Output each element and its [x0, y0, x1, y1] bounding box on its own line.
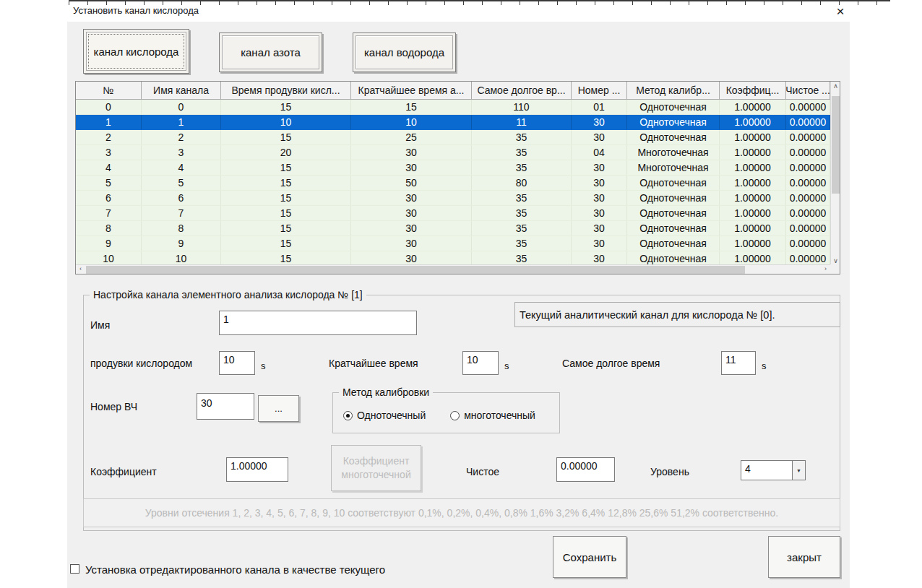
calibration-radio-option[interactable]: Одноточечный [343, 410, 426, 421]
table-cell: Одноточечная [627, 100, 720, 114]
table-cell: 30 [572, 160, 627, 175]
table-cell: 15 [221, 160, 351, 175]
rf-number-label: Номер ВЧ [90, 401, 137, 412]
column-header[interactable]: Кратчайшее время а... [351, 82, 472, 99]
close-icon[interactable]: × [832, 3, 849, 20]
set-current-checkbox[interactable] [70, 564, 79, 574]
scroll-up-icon[interactable]: ∧ [831, 82, 840, 91]
oxygen-channel-button[interactable]: канал кислорода [83, 29, 189, 74]
table-row[interactable]: 8815303530Одноточечная1.000000.00000 [76, 221, 840, 236]
scroll-right-icon[interactable]: › [821, 264, 830, 274]
net-input[interactable] [556, 457, 615, 482]
table-cell: 30 [572, 251, 627, 266]
table-cell: 0.00000 [786, 100, 830, 114]
scroll-left-icon[interactable]: ‹ [76, 264, 85, 274]
longest-time-input[interactable] [721, 351, 756, 375]
purge-time-label: продувки кислородом [90, 358, 192, 369]
table-cell: 1.00000 [720, 145, 786, 160]
calibration-radio-row: Одноточечныймноготочечный [343, 410, 556, 421]
table-cell: 80 [472, 176, 572, 190]
table-cell: 0 [142, 100, 221, 114]
table-cell: 35 [472, 236, 572, 251]
vertical-scroll-thumb[interactable] [832, 96, 840, 194]
column-header[interactable]: Имя канала [142, 82, 221, 99]
nitrogen-channel-button[interactable]: канал азота [219, 33, 322, 72]
table-cell: 30 [572, 221, 627, 235]
column-header[interactable]: № [76, 82, 142, 99]
channel-settings-group-title: Настройка канала элементного анализа кис… [90, 289, 366, 301]
table-row[interactable]: 00151511001Одноточечная1.000000.00000 [76, 100, 840, 115]
cutoff-levels-status-text: Уровни отсечения 1, 2, 3, 4, 5, 6, 7, 8,… [145, 507, 778, 519]
table-row[interactable]: 3320303504Многоточечная1.000000.00000 [76, 145, 840, 160]
table-cell: 8 [142, 221, 221, 235]
save-button[interactable]: Сохранить [553, 536, 626, 578]
table-cell: Одноточечная [627, 206, 720, 220]
table-cell: 10 [76, 251, 142, 266]
column-header[interactable]: Время продувки кисл... [221, 82, 351, 99]
table-cell: 1 [76, 115, 142, 129]
column-header[interactable]: Коэффиц... [720, 82, 786, 99]
name-input[interactable] [219, 311, 417, 335]
horizontal-scroll-thumb[interactable] [86, 266, 745, 274]
hydrogen-channel-button-label: канал водорода [356, 35, 453, 69]
table-row[interactable]: 4415303530Многоточечная1.000000.00000 [76, 160, 840, 176]
column-header[interactable]: Метод калибр... [627, 82, 720, 99]
table-cell: 30 [572, 206, 627, 220]
table-row[interactable]: 5515508030Одноточечная1.000000.00000 [76, 176, 840, 191]
shortest-time-input[interactable] [462, 351, 499, 375]
table-cell: Одноточечная [627, 251, 720, 266]
column-header[interactable]: Номер ... [572, 82, 627, 99]
level-dropdown[interactable]: 4 ▼ [741, 460, 806, 480]
table-cell: 0.00000 [786, 115, 830, 129]
net-label: Чистое [466, 466, 499, 477]
level-label: Уровень [650, 466, 689, 477]
current-channel-info-text: Текущий аналитический канал для кислород… [520, 309, 775, 321]
table-row[interactable]: 2215253530Одноточечная1.000000.00000 [76, 130, 840, 145]
table-cell: 30 [351, 236, 472, 251]
column-header[interactable]: Чистое ... [786, 82, 830, 99]
table-cell: 1.00000 [720, 115, 786, 129]
table-cell: 4 [142, 160, 221, 175]
set-current-checkbox-label: Установка отредактированного канала в ка… [85, 563, 385, 576]
table-row[interactable]: 1110101130Одноточечная1.000000.00000 [76, 115, 840, 130]
column-header[interactable]: Самое долгое вр... [472, 82, 572, 99]
table-cell: 35 [472, 145, 572, 160]
table-cell: 15 [221, 221, 351, 235]
radio-icon[interactable] [343, 411, 353, 420]
table-cell: 35 [472, 221, 572, 235]
table-cell: 15 [221, 206, 351, 220]
table-cell: 35 [472, 191, 572, 205]
calibration-method-group-title: Метод калибровки [339, 386, 433, 398]
table-cell: 1.00000 [720, 191, 786, 205]
table-row[interactable]: 9915303530Одноточечная1.000000.00000 [76, 236, 840, 251]
table-cell: 0.00000 [786, 251, 830, 266]
table-cell: 30 [572, 236, 627, 251]
vertical-scrollbar[interactable]: ∧ ∨ [830, 82, 840, 266]
table-cell: 35 [472, 251, 572, 266]
hydrogen-channel-button[interactable]: канал водорода [353, 33, 456, 72]
cutoff-levels-status: Уровни отсечения 1, 2, 3, 4, 5, 6, 7, 8,… [83, 498, 840, 527]
purge-time-input[interactable] [219, 351, 255, 375]
table-cell: 1.00000 [720, 236, 786, 251]
table-cell: 30 [351, 221, 472, 235]
table-row[interactable]: 7715303530Одноточечная1.000000.00000 [76, 206, 840, 221]
table-cell: 0.00000 [786, 221, 830, 235]
close-button[interactable]: закрыт [768, 536, 840, 578]
chevron-down-icon[interactable]: ▼ [792, 461, 805, 480]
radio-icon[interactable] [450, 411, 460, 420]
calibration-radio-option[interactable]: многоточечный [450, 410, 535, 421]
table-cell: 1.00000 [720, 160, 786, 175]
table-cell: 11 [472, 115, 572, 129]
channel-table: №Имя каналаВремя продувки кисл...Кратчай… [75, 81, 840, 274]
table-cell: 35 [472, 130, 572, 144]
table-cell: 30 [572, 191, 627, 205]
rf-number-input[interactable] [197, 393, 254, 420]
horizontal-scrollbar[interactable]: ‹ › [76, 264, 830, 274]
rf-browse-button[interactable]: ... [258, 395, 299, 422]
table-cell: 0.00000 [786, 160, 830, 175]
table-cell: 15 [221, 100, 351, 114]
table-header: №Имя каналаВремя продувки кисл...Кратчай… [76, 82, 840, 100]
table-row[interactable]: 6615303530Одноточечная1.000000.00000 [76, 191, 840, 206]
coefficient-input[interactable] [226, 457, 288, 482]
radio-label: Одноточечный [357, 410, 426, 421]
